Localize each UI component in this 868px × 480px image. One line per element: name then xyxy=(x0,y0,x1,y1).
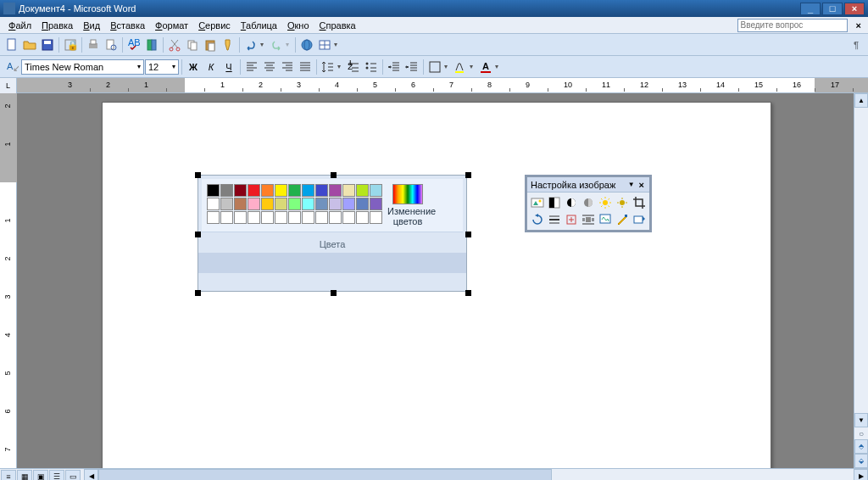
vertical-scrollbar[interactable]: ▲ ▼ ○ ⬘ ⬙ xyxy=(854,93,868,468)
format-picture-button[interactable] xyxy=(598,212,613,227)
outline-view-button[interactable]: ☰ xyxy=(49,470,64,481)
transparent-color-button[interactable] xyxy=(615,212,630,227)
picture-toolbar-close[interactable]: × xyxy=(637,180,646,190)
open-button[interactable] xyxy=(21,36,38,53)
italic-button[interactable]: К xyxy=(203,59,220,75)
menu-table[interactable]: Таблица xyxy=(236,19,282,32)
picture-toolbar-title-bar[interactable]: Настройка изображ ▼ × xyxy=(527,177,649,193)
font-size-select[interactable]: 12▾ xyxy=(145,59,179,75)
color-swatch[interactable] xyxy=(261,211,274,224)
prev-page-button[interactable]: ⬘ xyxy=(854,439,868,454)
color-swatch[interactable] xyxy=(302,198,314,210)
compress-button[interactable] xyxy=(564,212,579,227)
more-contrast-button[interactable] xyxy=(564,195,579,210)
color-swatch[interactable] xyxy=(207,211,220,224)
menu-insert[interactable]: Вставка xyxy=(105,19,150,32)
highlight-button[interactable] xyxy=(452,59,469,75)
color-swatch[interactable] xyxy=(234,184,247,197)
resize-handle-se[interactable] xyxy=(465,290,471,296)
hscroll-thumb[interactable] xyxy=(98,469,552,480)
color-swatch[interactable] xyxy=(220,198,233,210)
permissions-button[interactable]: 🔒 xyxy=(62,36,79,53)
ruler-vertical[interactable]: 211234567 xyxy=(0,93,17,468)
resize-handle-s[interactable] xyxy=(331,290,337,296)
help-search-input[interactable] xyxy=(737,19,848,32)
resize-handle-nw[interactable] xyxy=(195,172,201,178)
color-swatch[interactable] xyxy=(261,184,274,197)
research-button[interactable] xyxy=(143,36,160,53)
color-swatch[interactable] xyxy=(342,198,355,210)
color-swatch[interactable] xyxy=(207,184,220,197)
color-swatch[interactable] xyxy=(275,198,287,210)
less-contrast-button[interactable] xyxy=(581,195,596,210)
color-swatch[interactable] xyxy=(288,211,301,224)
ruler-horizontal[interactable]: 3211234567891011121314151617 xyxy=(17,78,868,92)
redo-button[interactable] xyxy=(268,36,285,53)
minimize-button[interactable]: _ xyxy=(800,3,821,15)
tab-selector[interactable]: L xyxy=(0,78,17,93)
color-swatch[interactable] xyxy=(288,198,301,210)
copy-button[interactable] xyxy=(184,36,201,53)
hyperlink-button[interactable] xyxy=(298,36,315,53)
change-colors-button[interactable]: Изменение цветов xyxy=(387,184,428,226)
font-color-button[interactable]: A xyxy=(477,59,494,75)
insert-picture-button[interactable] xyxy=(530,195,545,210)
format-painter-button[interactable] xyxy=(220,36,236,53)
color-swatch[interactable] xyxy=(248,198,260,210)
more-brightness-button[interactable] xyxy=(598,195,613,210)
print-preview-button[interactable] xyxy=(103,36,120,53)
normal-view-button[interactable]: ≡ xyxy=(1,470,16,481)
horizontal-scrollbar[interactable]: ◀ ▶ xyxy=(84,469,868,480)
color-swatch[interactable] xyxy=(275,211,287,224)
color-swatch[interactable] xyxy=(315,184,328,197)
print-layout-button[interactable]: ▣ xyxy=(33,470,48,481)
line-spacing-button[interactable] xyxy=(320,59,337,75)
scroll-track[interactable] xyxy=(854,108,868,413)
web-view-button[interactable]: ▦ xyxy=(17,470,32,481)
tables-borders-button[interactable] xyxy=(316,36,333,53)
font-color-dropdown[interactable]: ▾ xyxy=(495,63,502,70)
color-swatch[interactable] xyxy=(315,198,328,210)
picture-toolbar[interactable]: Настройка изображ ▼ × xyxy=(525,175,652,232)
menu-format[interactable]: Формат xyxy=(150,19,193,32)
columns-dropdown[interactable]: ▾ xyxy=(334,41,341,48)
menu-help[interactable]: Справка xyxy=(314,19,361,32)
resize-handle-ne[interactable] xyxy=(465,172,471,178)
color-swatch[interactable] xyxy=(302,211,314,224)
menu-view[interactable]: Вид xyxy=(78,19,105,32)
spellcheck-button[interactable]: ABC xyxy=(125,36,142,53)
color-swatch[interactable] xyxy=(234,198,247,210)
scroll-right-button[interactable]: ▶ xyxy=(854,469,868,480)
color-swatch[interactable] xyxy=(288,184,301,197)
color-swatch[interactable] xyxy=(207,198,220,210)
hscroll-track[interactable] xyxy=(98,469,854,480)
rotate-left-button[interactable] xyxy=(530,212,545,227)
color-swatch[interactable] xyxy=(261,198,274,210)
document-area[interactable]: Изменение цветов Цвета Настройка изображ… xyxy=(17,93,854,468)
color-swatch[interactable] xyxy=(370,198,382,210)
color-swatch[interactable] xyxy=(220,211,233,224)
color-swatch[interactable] xyxy=(370,184,382,197)
bold-button[interactable]: Ж xyxy=(185,59,202,75)
borders-dropdown[interactable]: ▾ xyxy=(444,63,451,70)
styles-button[interactable]: A↙ xyxy=(3,59,20,75)
color-swatch[interactable] xyxy=(220,184,233,197)
color-swatch[interactable] xyxy=(370,211,382,224)
increase-indent-button[interactable] xyxy=(403,59,420,75)
color-control-button[interactable] xyxy=(547,195,562,210)
less-brightness-button[interactable] xyxy=(615,195,630,210)
undo-dropdown[interactable]: ▾ xyxy=(260,41,267,48)
print-button[interactable] xyxy=(85,36,102,53)
align-right-button[interactable] xyxy=(279,59,296,75)
undo-button[interactable] xyxy=(242,36,259,53)
color-swatch[interactable] xyxy=(248,211,260,224)
color-swatch[interactable] xyxy=(275,184,287,197)
document-close-button[interactable]: × xyxy=(853,20,865,31)
save-button[interactable] xyxy=(39,36,56,53)
color-swatch[interactable] xyxy=(302,184,314,197)
color-swatch[interactable] xyxy=(356,184,369,197)
menu-file[interactable]: Файл xyxy=(3,19,36,32)
crop-button[interactable] xyxy=(632,195,647,210)
color-swatch[interactable] xyxy=(315,211,328,224)
underline-button[interactable]: Ч xyxy=(220,59,237,75)
